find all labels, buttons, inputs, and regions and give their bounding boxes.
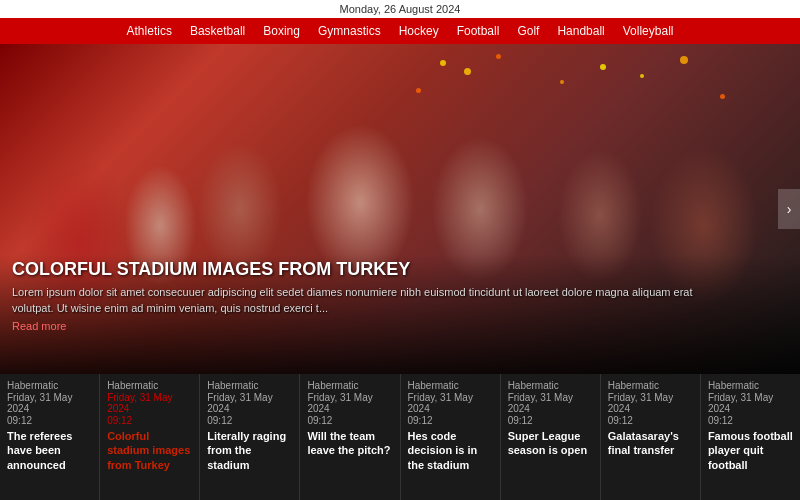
news-time-5: 09:12 [508,415,593,426]
news-strip: HabermaticFriday, 31 May 202409:12The re… [0,374,800,500]
news-card-0[interactable]: HabermaticFriday, 31 May 202409:12The re… [0,374,100,500]
news-date-7: Friday, 31 May 2024 [708,392,793,414]
nav-item-volleyball[interactable]: Volleyball [623,24,674,38]
news-source-4: Habermatic [408,380,493,391]
news-card-6[interactable]: HabermaticFriday, 31 May 202409:12Galata… [601,374,701,500]
news-date-1: Friday, 31 May 2024 [107,392,192,414]
news-time-2: 09:12 [207,415,292,426]
news-card-7[interactable]: HabermaticFriday, 31 May 202409:12Famous… [701,374,800,500]
news-headline-1: Colorful stadium images from Turkey [107,429,192,472]
news-time-7: 09:12 [708,415,793,426]
news-card-1[interactable]: HabermaticFriday, 31 May 202409:12Colorf… [100,374,200,500]
nav-item-hockey[interactable]: Hockey [399,24,439,38]
news-card-2[interactable]: HabermaticFriday, 31 May 202409:12Litera… [200,374,300,500]
news-headline-3: Will the team leave the pitch? [307,429,392,458]
news-time-4: 09:12 [408,415,493,426]
news-source-2: Habermatic [207,380,292,391]
news-date-3: Friday, 31 May 2024 [307,392,392,414]
news-headline-5: Super League season is open [508,429,593,458]
date-bar: Monday, 26 August 2024 [0,0,800,18]
hero-section: COLORFUL STADIUM IMAGES FROM TURKEY Lore… [0,44,800,374]
news-source-6: Habermatic [608,380,693,391]
news-headline-7: Famous football player quit football [708,429,793,472]
news-time-1: 09:12 [107,415,192,426]
nav-item-gymnastics[interactable]: Gymnastics [318,24,381,38]
nav-item-football[interactable]: Football [457,24,500,38]
news-headline-6: Galatasaray's final transfer [608,429,693,458]
news-headline-2: Literally raging from the stadium [207,429,292,472]
news-source-0: Habermatic [7,380,92,391]
news-source-3: Habermatic [307,380,392,391]
nav-item-golf[interactable]: Golf [517,24,539,38]
news-time-6: 09:12 [608,415,693,426]
nav-item-athletics[interactable]: Athletics [127,24,172,38]
nav-item-basketball[interactable]: Basketball [190,24,245,38]
news-headline-0: The referees have been announced [7,429,92,472]
hero-title: COLORFUL STADIUM IMAGES FROM TURKEY [12,259,720,280]
news-source-5: Habermatic [508,380,593,391]
current-date: Monday, 26 August 2024 [340,3,461,15]
nav-item-handball[interactable]: Handball [557,24,604,38]
news-time-3: 09:12 [307,415,392,426]
news-date-0: Friday, 31 May 2024 [7,392,92,414]
hero-text-block: COLORFUL STADIUM IMAGES FROM TURKEY Lore… [12,259,720,334]
news-card-4[interactable]: HabermaticFriday, 31 May 202409:12Hes co… [401,374,501,500]
news-date-6: Friday, 31 May 2024 [608,392,693,414]
news-date-4: Friday, 31 May 2024 [408,392,493,414]
hero-next-arrow[interactable]: › [778,189,800,229]
news-card-5[interactable]: HabermaticFriday, 31 May 202409:12Super … [501,374,601,500]
news-card-3[interactable]: HabermaticFriday, 31 May 202409:12Will t… [300,374,400,500]
news-headline-4: Hes code decision is in the stadium [408,429,493,472]
nav-item-boxing[interactable]: Boxing [263,24,300,38]
news-source-1: Habermatic [107,380,192,391]
main-nav: AthleticsBasketballBoxingGymnasticsHocke… [0,18,800,44]
news-source-7: Habermatic [708,380,793,391]
news-date-5: Friday, 31 May 2024 [508,392,593,414]
news-time-0: 09:12 [7,415,92,426]
hero-read-more-link[interactable]: Read more [12,320,66,332]
hero-description: Lorem ipsum dolor sit amet consecuuer ad… [12,285,720,316]
news-date-2: Friday, 31 May 2024 [207,392,292,414]
